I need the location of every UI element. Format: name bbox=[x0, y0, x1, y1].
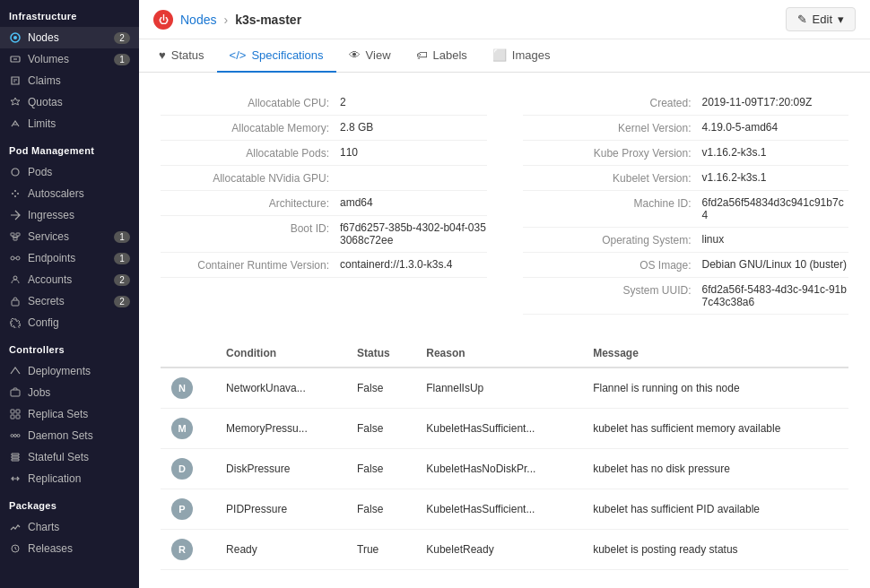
sidebar-item-config[interactable]: Config bbox=[0, 312, 139, 333]
sidebar-label-replication: Replication bbox=[28, 472, 81, 485]
condition-reason-cell: KubeletHasSufficient... bbox=[415, 489, 582, 530]
labels-tab-icon: 🏷 bbox=[416, 48, 428, 62]
condition-status-cell: True bbox=[346, 530, 415, 570]
sidebar-label-nodes: Nodes bbox=[28, 31, 59, 44]
tab-labels[interactable]: 🏷 Labels bbox=[404, 39, 480, 73]
svg-rect-17 bbox=[16, 410, 20, 413]
tab-specifications[interactable]: </> Specifications bbox=[217, 39, 336, 73]
sidebar-badge-accounts: 2 bbox=[114, 274, 130, 286]
sidebar-label-replica-sets: Replica Sets bbox=[28, 408, 88, 420]
tab-images[interactable]: ⬜ Images bbox=[480, 39, 563, 73]
edit-label: Edit bbox=[813, 13, 832, 26]
spec-value: containerd://1.3.0-k3s.4 bbox=[340, 258, 452, 271]
spec-label: System UUID: bbox=[523, 283, 702, 297]
breadcrumb: ⏻ Nodes › k3s-master bbox=[153, 10, 301, 30]
condition-status-cell: False bbox=[346, 368, 415, 409]
sidebar-label-accounts: Accounts bbox=[28, 273, 72, 286]
svg-point-13 bbox=[13, 276, 17, 280]
replica-sets-icon bbox=[9, 408, 22, 420]
sidebar-item-claims[interactable]: Claims bbox=[0, 70, 139, 91]
endpoints-icon bbox=[9, 252, 22, 264]
status-tab-icon: ♥ bbox=[159, 48, 166, 62]
specs-left: Allocatable CPU: 2 Allocatable Memory: 2… bbox=[161, 91, 487, 315]
sidebar-badge-volumes: 1 bbox=[114, 54, 130, 65]
condition-badge: M bbox=[171, 418, 193, 439]
sidebar-item-accounts[interactable]: Accounts 2 bbox=[0, 269, 139, 290]
sidebar-item-nodes[interactable]: Nodes 2 bbox=[0, 27, 139, 48]
spec-label: Allocatable CPU: bbox=[161, 96, 340, 109]
sidebar-item-jobs[interactable]: Jobs bbox=[0, 382, 139, 403]
spec-label: Kubelet Version: bbox=[523, 171, 702, 185]
sidebar-item-stateful-sets[interactable]: Stateful Sets bbox=[0, 446, 139, 468]
svg-rect-18 bbox=[11, 415, 14, 419]
sidebar-item-quotas[interactable]: Quotas bbox=[0, 91, 139, 113]
daemon-sets-icon bbox=[9, 429, 22, 442]
sidebar-item-deployments[interactable]: Deployments bbox=[0, 360, 139, 382]
tab-view[interactable]: 👁 View bbox=[336, 39, 404, 73]
svg-rect-6 bbox=[11, 233, 14, 236]
spec-row: Allocatable Memory: 2.8 GB bbox=[161, 116, 487, 141]
svg-rect-7 bbox=[16, 233, 20, 236]
svg-rect-14 bbox=[12, 300, 19, 306]
sidebar-item-secrets[interactable]: Secrets 2 bbox=[0, 290, 139, 312]
table-row: R Ready True KubeletReady kubelet is pos… bbox=[161, 530, 848, 570]
sidebar-item-daemon-sets[interactable]: Daemon Sets bbox=[0, 425, 139, 446]
col-header-icon bbox=[161, 340, 215, 368]
sidebar-item-releases[interactable]: Releases bbox=[0, 538, 139, 559]
sidebar-item-replication[interactable]: Replication bbox=[0, 468, 139, 489]
sidebar-item-endpoints[interactable]: Endpoints 1 bbox=[0, 247, 139, 269]
spec-value: amd64 bbox=[340, 196, 373, 209]
sidebar-item-pods[interactable]: Pods bbox=[0, 161, 139, 183]
sidebar-label-autoscalers: Autoscalers bbox=[28, 187, 84, 200]
spec-row: Kernel Version: 4.19.0-5-amd64 bbox=[523, 116, 849, 141]
sidebar-badge-endpoints: 1 bbox=[114, 253, 130, 264]
svg-point-1 bbox=[13, 36, 17, 39]
jobs-icon bbox=[9, 386, 22, 399]
spec-value: 6fd2a56f54834d3c941c91b7c4 bbox=[702, 196, 849, 221]
sidebar-item-volumes[interactable]: Volumes 1 bbox=[0, 48, 139, 70]
claims-icon bbox=[9, 74, 22, 87]
spec-row: Allocatable NVidia GPU: bbox=[161, 166, 487, 191]
condition-reason-cell: KubeletHasNoDiskPr... bbox=[415, 449, 582, 489]
tab-specifications-label: Specifications bbox=[251, 48, 323, 62]
condition-badge: N bbox=[171, 377, 193, 399]
spec-row: Kubelet Version: v1.16.2-k3s.1 bbox=[523, 166, 849, 191]
spec-label: Operating System: bbox=[523, 233, 702, 246]
tab-bar: ♥ Status </> Specifications 👁 View 🏷 Lab… bbox=[139, 39, 870, 73]
charts-icon bbox=[9, 521, 22, 533]
pods-icon bbox=[9, 166, 22, 178]
edit-button[interactable]: ✎ Edit ▾ bbox=[786, 7, 856, 31]
table-row: N NetworkUnava... False FlannelIsUp Flan… bbox=[161, 368, 848, 409]
replication-icon bbox=[9, 472, 22, 485]
tab-status[interactable]: ♥ Status bbox=[146, 39, 217, 73]
condition-badge-cell: P bbox=[161, 489, 215, 530]
table-row: M MemoryPressu... False KubeletHasSuffic… bbox=[161, 409, 848, 449]
sidebar-item-limits[interactable]: Limits bbox=[0, 113, 139, 134]
spec-row: Machine ID: 6fd2a56f54834d3c941c91b7c4 bbox=[523, 191, 849, 228]
sidebar-item-charts[interactable]: Charts bbox=[0, 516, 139, 538]
col-header-status: Status bbox=[346, 340, 415, 368]
breadcrumb-current-node: k3s-master bbox=[235, 13, 301, 27]
spec-label: Boot ID: bbox=[161, 221, 340, 235]
deployments-icon bbox=[9, 365, 22, 377]
condition-badge: R bbox=[171, 539, 193, 560]
table-row: P PIDPressure False KubeletHasSufficient… bbox=[161, 489, 848, 530]
images-tab-icon: ⬜ bbox=[492, 48, 507, 62]
spec-row: OS Image: Debian GNU/Linux 10 (buster) bbox=[523, 253, 849, 278]
breadcrumb-separator: › bbox=[223, 13, 228, 27]
section-pod-management: Pod Management bbox=[0, 134, 139, 161]
sidebar-label-charts: Charts bbox=[28, 521, 59, 533]
col-header-condition: Condition bbox=[215, 340, 346, 368]
sidebar-badge-services: 1 bbox=[114, 231, 130, 243]
sidebar-item-autoscalers[interactable]: Autoscalers bbox=[0, 183, 139, 204]
condition-message-cell: kubelet has no disk pressure bbox=[582, 449, 848, 489]
sidebar-item-replica-sets[interactable]: Replica Sets bbox=[0, 403, 139, 425]
sidebar-item-ingresses[interactable]: Ingresses bbox=[0, 204, 139, 226]
sidebar-label-deployments: Deployments bbox=[28, 365, 91, 377]
tab-view-label: View bbox=[366, 48, 391, 62]
condition-badge: P bbox=[171, 498, 193, 520]
breadcrumb-nodes-link[interactable]: Nodes bbox=[180, 13, 216, 27]
condition-message-cell: kubelet is posting ready status bbox=[582, 530, 848, 570]
sidebar-item-services[interactable]: Services 1 bbox=[0, 226, 139, 247]
svg-point-11 bbox=[16, 256, 20, 260]
